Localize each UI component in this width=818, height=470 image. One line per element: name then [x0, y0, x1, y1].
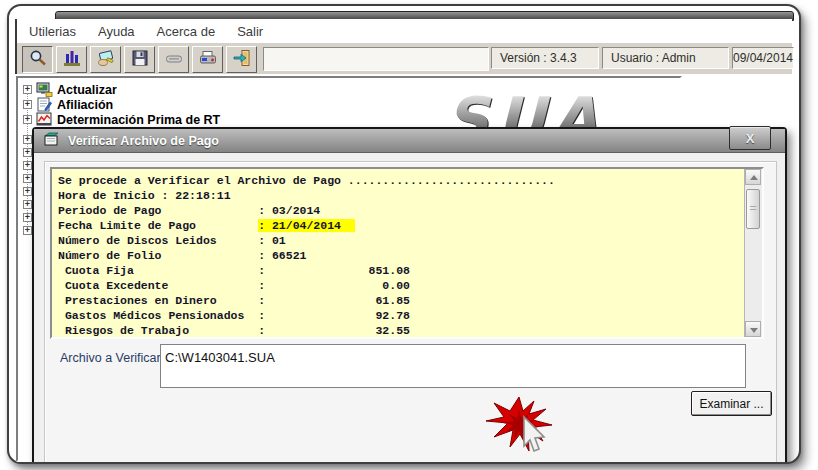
menu-item-acerca-de[interactable]: Acerca de: [157, 24, 216, 39]
exit-button[interactable]: [226, 46, 257, 73]
status-version: Versión : 3.4.3: [491, 47, 599, 69]
chart-icon: [36, 112, 53, 127]
file-to-verify-input[interactable]: [163, 346, 728, 368]
save-button[interactable]: [124, 46, 155, 73]
dialog-title: Verificar Archivo de Pago: [68, 134, 219, 148]
log-line: Gastos Médicos Pensionados : 92.78: [58, 308, 744, 323]
verificar-archivo-dialog: Verificar Archivo de Pago X Se procede a…: [32, 127, 787, 464]
log-line: Periodo de Pago : 03/2014: [58, 203, 744, 218]
log-line-highlight: : 21/04/2014: [258, 219, 355, 232]
exit-door-icon: [232, 49, 252, 71]
tree-item-label: Determinación Prima de RT: [57, 113, 220, 127]
verification-log-text: Se procede a Verificar el Archivo de Pag…: [52, 169, 744, 337]
log-line: Número de Folio : 66521: [58, 248, 744, 263]
tree-item-afiliacion[interactable]: + Afiliación: [23, 97, 113, 112]
tree-expander-icon[interactable]: +: [23, 161, 32, 170]
dialog-titlebar[interactable]: Verificar Archivo de Pago: [34, 129, 785, 153]
log-line: Prestaciones en Dinero : 61.85: [58, 293, 744, 308]
buildings-button[interactable]: [56, 46, 87, 73]
search-button[interactable]: [22, 46, 53, 73]
tree-item-actualizar[interactable]: + Actualizar: [23, 82, 117, 97]
toolbar-spacer-well: [263, 47, 489, 71]
tree-expander-icon[interactable]: +: [23, 135, 32, 144]
save-icon: [130, 49, 150, 71]
buildings-icon: [62, 49, 82, 71]
log-line-highlighted: Fecha Limite de Pago : 21/04/2014: [58, 218, 744, 233]
menu-item-utilerias[interactable]: Utilerias: [29, 24, 76, 39]
status-user: Usuario : Admin: [602, 47, 729, 69]
print-color-button[interactable]: [192, 46, 223, 73]
printer-icon: [164, 49, 184, 71]
dialog-close-button[interactable]: X: [729, 126, 771, 150]
log-line: Cuota Fija : 851.08: [58, 263, 744, 278]
log-line: Hora de Inicio : 22:18:11: [58, 188, 744, 203]
toolbar: Versión : 3.4.3 Usuario : Admin 09/04/20…: [15, 43, 792, 74]
status-date: 09/04/2014: [732, 47, 794, 69]
scrollbar-thumb[interactable]: [746, 189, 760, 229]
search-icon: [28, 49, 48, 71]
tree-expander-icon[interactable]: +: [23, 200, 32, 209]
notebook-icon: [44, 132, 60, 150]
verification-log-box: Se procede a Verificar el Archivo de Pag…: [50, 167, 764, 339]
tree-expander-icon[interactable]: +: [23, 187, 32, 196]
tree-expander-icon[interactable]: +: [23, 100, 32, 109]
file-to-verify-label: Archivo a Verificar:: [60, 351, 164, 365]
printer-button[interactable]: [158, 46, 189, 73]
form-icon: [36, 97, 53, 112]
computer-icon: [36, 82, 53, 97]
screenshot-frame: Utilerias Ayuda Acerca de Salir: [7, 4, 801, 464]
print-color-icon: [198, 49, 218, 71]
tree-item-label: Actualizar: [57, 83, 117, 97]
file-input-box: [160, 344, 746, 388]
tree-item-label: Afiliación: [57, 98, 113, 112]
click-indicator: [486, 397, 556, 461]
menu-bar: Utilerias Ayuda Acerca de Salir: [15, 19, 792, 43]
verify-hand-icon: [96, 49, 116, 71]
scrollbar-down-arrow-icon[interactable]: [745, 321, 761, 337]
scrollbar-up-arrow-icon[interactable]: [745, 169, 761, 185]
tree-item-determinacion-prima-rt[interactable]: + Determinación Prima de RT: [23, 112, 220, 127]
log-line-prefix: Fecha Limite de Pago: [58, 219, 258, 232]
tree-expander-icon[interactable]: +: [23, 148, 32, 157]
log-line: Se procede a Verificar el Archivo de Pag…: [58, 173, 744, 188]
log-scrollbar[interactable]: [744, 169, 762, 337]
tree-expander-icon[interactable]: +: [23, 174, 32, 183]
menu-item-salir[interactable]: Salir: [237, 24, 263, 39]
browse-button[interactable]: Examinar ...: [691, 391, 772, 416]
menu-item-ayuda[interactable]: Ayuda: [98, 24, 135, 39]
verify-button[interactable]: [90, 46, 121, 73]
tree-expander-icon[interactable]: +: [23, 85, 32, 94]
log-line: Riesgos de Trabajo : 32.55: [58, 323, 744, 337]
tree-expander-icon[interactable]: +: [23, 115, 32, 124]
log-line: Cuota Excedente : 0.00: [58, 278, 744, 293]
tree-expander-icon[interactable]: +: [23, 226, 32, 235]
log-line: Número de Discos Leidos : 01: [58, 233, 744, 248]
tree-expander-icon[interactable]: +: [23, 213, 32, 222]
